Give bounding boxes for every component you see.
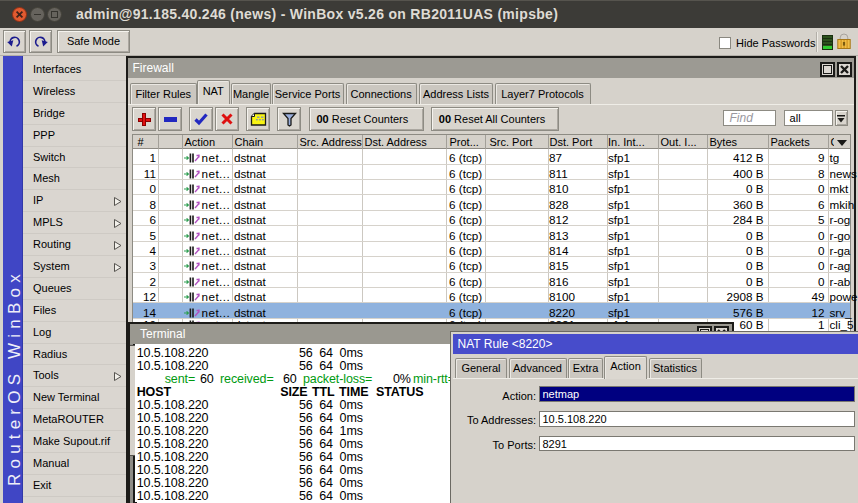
svg-text:RouterOS WinBox: RouterOS WinBox [5, 269, 23, 486]
